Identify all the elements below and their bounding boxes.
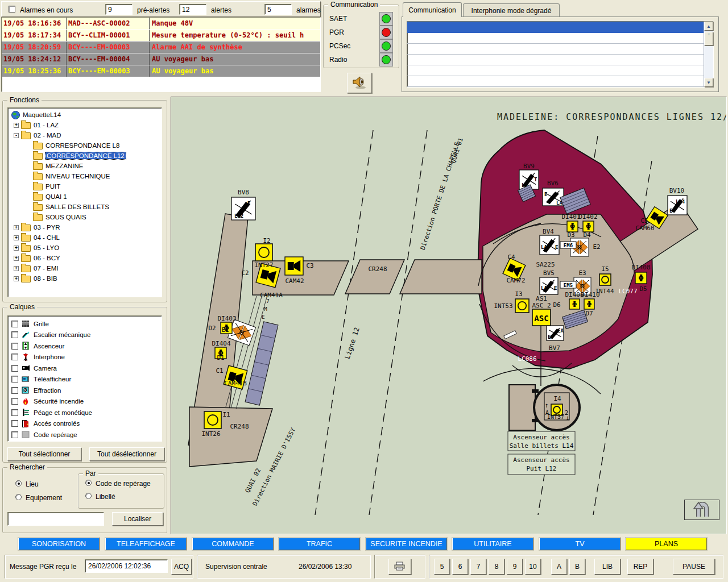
calque-checkbox-interphone[interactable] (11, 354, 18, 360)
toolbar-teleaffichage[interactable]: TELEAFFICHAGE (105, 538, 187, 550)
pause-button[interactable]: PAUSE (673, 559, 715, 575)
em6-label-box[interactable]: EM6 (560, 242, 576, 248)
list-item[interactable] (407, 76, 704, 87)
tree-expander[interactable]: + (14, 256, 19, 261)
tree-item[interactable]: +06 - BCY (10, 253, 162, 263)
calque-checkbox-incendie[interactable] (11, 398, 18, 405)
bv4-escalator-icon[interactable]: LAE (540, 235, 559, 255)
preset-button-10[interactable]: 10 (525, 559, 541, 575)
alarm-row[interactable]: 19/05 18:16:36 MAD---ASC-00002 Manque 48… (2, 18, 320, 30)
preset-button-7[interactable]: 7 (470, 559, 486, 575)
return-button[interactable] (684, 500, 719, 520)
int44-interphone-icon[interactable] (599, 274, 611, 285)
di402-icon[interactable]: Φ (583, 221, 594, 232)
deselect-all-button[interactable]: Tout désélectionner (89, 447, 164, 461)
preset-button-8[interactable]: 8 (489, 559, 504, 575)
asc-elevator-box[interactable]: ASC (532, 309, 551, 326)
preset-button-6[interactable]: 6 (452, 559, 468, 575)
int53-interphone-icon[interactable] (515, 299, 529, 313)
list-item-selected[interactable] (407, 22, 704, 33)
radio-code-reperage[interactable] (85, 480, 92, 486)
bv10-escalator-icon[interactable]: L14E (668, 196, 687, 215)
tab-interphonie[interactable]: Interphonie mode dégradé (463, 3, 560, 17)
di409-icon[interactable]: Φ (569, 299, 580, 309)
list-item[interactable] (407, 44, 704, 55)
scroll-down-button[interactable]: ▼ (704, 78, 713, 87)
calque-checkbox-grille[interactable] (11, 321, 18, 327)
scroll-up-button[interactable]: ▲ (704, 22, 713, 31)
tab-communication[interactable]: Communication (403, 2, 462, 17)
toolbar-sonorisation[interactable]: SONORISATION (18, 538, 100, 550)
scrollbar[interactable]: ▲ ≡ ▼ (704, 22, 713, 87)
int27-interphone-icon[interactable] (255, 244, 272, 261)
toolbar-commande[interactable]: COMMANDE (192, 538, 274, 550)
list-item[interactable] (407, 55, 704, 65)
channel-button-b[interactable]: B (569, 559, 585, 575)
tree-item[interactable]: QUAI 1 (10, 192, 162, 202)
tree-expander[interactable]: + (14, 225, 19, 230)
acq-button[interactable]: ACQ (171, 559, 192, 575)
tree-item[interactable]: -02 - MAD (10, 130, 162, 140)
alarm-row[interactable]: 19/05 18:17:34 BCY--CLIM-00001 Mesure te… (2, 30, 320, 41)
tree-item[interactable]: +08 - BIB (10, 273, 162, 284)
bv7-escalator-icon[interactable]: ELA (547, 326, 564, 340)
list-item[interactable] (407, 65, 704, 76)
tree-expander[interactable]: - (14, 133, 19, 138)
bv8-escalator-icon[interactable]: EL12 (231, 197, 255, 220)
tree-item[interactable]: +07 - EMI (10, 263, 162, 273)
toolbar-tv[interactable]: TV (539, 538, 621, 550)
list-item[interactable] (407, 33, 704, 44)
tree-item[interactable]: +03 - PYR (10, 222, 162, 232)
toolbar-trafic[interactable]: TRAFIC (279, 538, 360, 550)
tree-item[interactable]: SALLE DES BILLETS (10, 202, 162, 212)
tree-item[interactable]: MEZZANINE (10, 161, 162, 171)
tree-expander[interactable]: + (14, 246, 19, 251)
alarm-row[interactable]: 19/05 18:25:36 BCY----EM-00003 AU voyage… (2, 65, 320, 77)
tree-item[interactable]: MaquetteL14 (10, 110, 162, 120)
alarm-row[interactable]: 19/05 18:20:59 BCY----EM-00003 Alarme AA… (2, 41, 320, 53)
lib-button[interactable]: LIB (594, 559, 621, 575)
tree-expander[interactable]: + (14, 123, 19, 128)
calque-checkbox-teleafficheur[interactable] (11, 376, 18, 383)
int26-interphone-icon[interactable] (204, 411, 221, 429)
tree-expander[interactable]: + (14, 266, 19, 271)
bv6-escalator-icon[interactable]: ELA (543, 188, 564, 206)
tree-item[interactable]: +04 - CHL (10, 232, 162, 243)
preset-button-5[interactable]: 5 (434, 559, 450, 575)
print-button[interactable] (388, 559, 411, 575)
channel-button-a[interactable]: A (551, 559, 567, 575)
tree-item[interactable]: PUIT (10, 181, 162, 192)
select-all-button[interactable]: Tout sélectionner (7, 447, 81, 461)
alarm-row[interactable]: 19/05 18:24:12 BCY----EM-00004 AU voyage… (2, 53, 320, 65)
calque-checkbox-camera[interactable] (11, 365, 18, 372)
tree-expander[interactable]: + (14, 235, 19, 240)
calque-checkbox-code[interactable] (11, 431, 18, 438)
radio-lieu[interactable] (15, 480, 22, 487)
toolbar-plans[interactable]: PLANS (626, 538, 707, 550)
tree-expander[interactable]: + (14, 276, 19, 281)
tree-item[interactable]: CORRESPONDANCE L8 (10, 140, 162, 151)
alarms-en-cours-checkbox[interactable] (9, 6, 15, 13)
localiser-button[interactable]: Localiser (112, 512, 163, 526)
toolbar-securite-incendie[interactable]: SECURITE INCENDIE (366, 538, 447, 550)
radio-libelle[interactable] (85, 493, 92, 499)
radio-equipement[interactable] (15, 494, 22, 500)
preset-button-9[interactable]: 9 (507, 559, 523, 575)
tree-item[interactable]: NIVEAU TECHNIQUE (10, 171, 162, 181)
scroll-thumb[interactable]: ≡ (704, 32, 713, 45)
tree-item[interactable]: +01 - LAZ (10, 120, 162, 130)
bv5-escalator-icon[interactable]: LAE (540, 277, 558, 294)
search-input[interactable] (7, 512, 104, 526)
calque-checkbox-escalier[interactable] (11, 331, 18, 338)
tree-item[interactable]: CORRESPONDANCE L12 (10, 151, 162, 161)
di408-icon[interactable]: Φ (635, 272, 647, 284)
di401-icon[interactable]: Φ (567, 221, 578, 232)
tree-item[interactable]: SOUS QUAIS (10, 212, 162, 222)
audio-mute-button[interactable] (347, 73, 372, 93)
calque-checkbox-acces[interactable] (11, 420, 18, 427)
calque-checkbox-effraction[interactable] (11, 387, 18, 394)
calque-checkbox-peage[interactable] (11, 409, 18, 416)
cam42-camera-icon[interactable] (285, 257, 303, 275)
toolbar-utilitaire[interactable]: UTILITAIRE (452, 538, 533, 550)
di410-icon[interactable]: Φ (584, 299, 594, 309)
